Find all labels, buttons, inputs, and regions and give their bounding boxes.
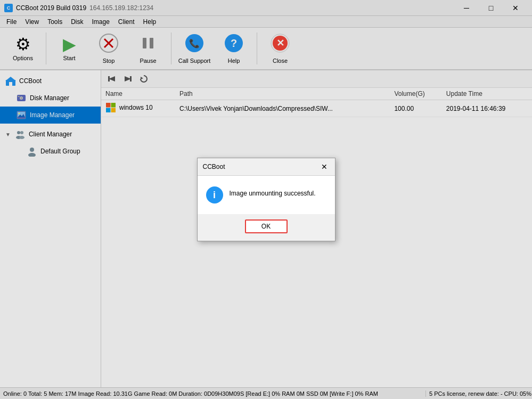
dialog-content: i Image unmounting successful. xyxy=(198,176,335,214)
dialog: CCBoot ✕ i Image unmounting successful. … xyxy=(197,158,335,241)
dialog-titlebar: CCBoot ✕ xyxy=(198,158,335,176)
dialog-info-icon: i xyxy=(206,186,223,203)
dialog-title: CCBoot xyxy=(203,163,225,170)
dialog-message: Image unmounting successful. xyxy=(230,186,316,197)
dialog-buttons: OK xyxy=(198,214,335,241)
dialog-overlay: CCBoot ✕ i Image unmounting successful. … xyxy=(0,0,532,399)
dialog-close-button[interactable]: ✕ xyxy=(319,161,330,172)
dialog-ok-button[interactable]: OK xyxy=(245,219,288,233)
